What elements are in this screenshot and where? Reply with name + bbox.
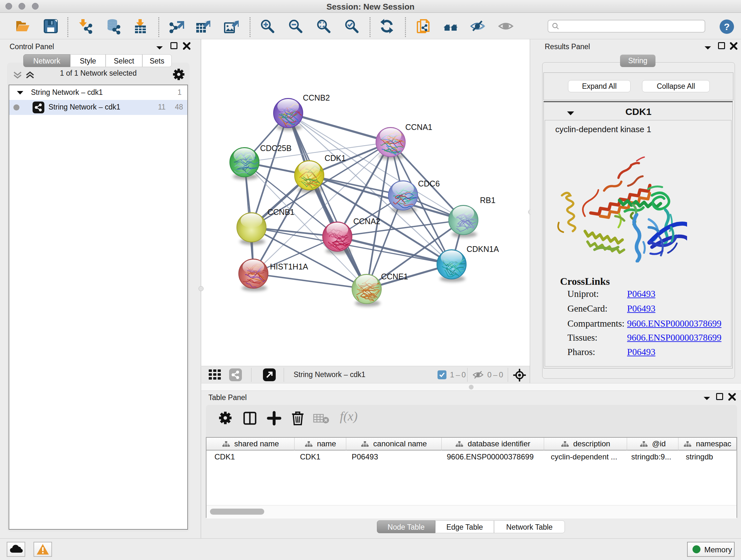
svg-text:CDC6: CDC6	[418, 179, 440, 188]
svg-text:HIST1H1A: HIST1H1A	[270, 262, 308, 271]
svg-text:CCNA2: CCNA2	[353, 217, 381, 226]
svg-text:RB1: RB1	[480, 196, 495, 205]
svg-text:CCNB1: CCNB1	[267, 207, 294, 216]
svg-text:CCNB2: CCNB2	[303, 93, 330, 102]
svg-text:CDK1: CDK1	[325, 153, 346, 163]
svg-text:CCNE1: CCNE1	[381, 272, 408, 281]
svg-text:CDC25B: CDC25B	[260, 144, 292, 152]
svg-text:CDKN1A: CDKN1A	[467, 245, 499, 253]
svg-text:CCNA1: CCNA1	[405, 123, 432, 132]
